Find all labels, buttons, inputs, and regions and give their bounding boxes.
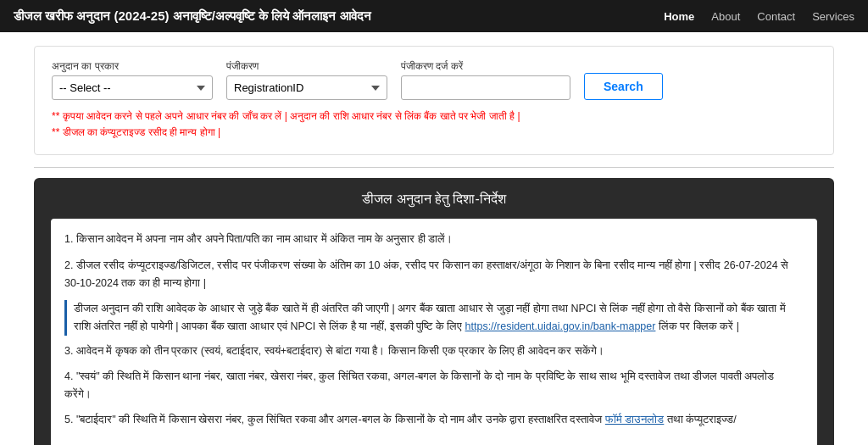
- select-reg[interactable]: RegistrationID: [226, 75, 387, 100]
- info-item-3: 3. आवेदन में कृषक को तीन प्रकार (स्वयं, …: [64, 342, 804, 360]
- info-item-blue: डीजल अनुदान की राशि आवेदक के आधार से जुड…: [64, 300, 804, 335]
- field-label-reg-input: पंजीकरण दर्ज करें: [401, 60, 570, 72]
- warning-1: ** कृपया आवेदन करने से पहले अपने आधार नं…: [52, 108, 816, 125]
- info-item-5: 5. "बटाईदार" की स्थिति में किसान खेसरा न…: [64, 411, 804, 429]
- search-panel: अनुदान का प्रकार -- Select -- पंजीकरण Re…: [34, 46, 834, 155]
- divider: [34, 167, 834, 168]
- nav-contact[interactable]: Contact: [757, 10, 795, 23]
- warning-2: ** डीजल का कंप्यूटराइज्ड रसीद ही मान्य ह…: [52, 125, 816, 141]
- registration-input[interactable]: [401, 75, 570, 100]
- search-row: अनुदान का प्रकार -- Select -- पंजीकरण Re…: [52, 60, 816, 100]
- info-text-1: 1. किसान आवेदन में अपना नाम और अपने पिता…: [64, 231, 804, 248]
- info-text-blue: डीजल अनुदान की राशि आवेदक के आधार से जुड…: [74, 300, 804, 335]
- nav-home[interactable]: Home: [664, 10, 694, 23]
- search-button[interactable]: Search: [584, 73, 663, 100]
- info-item-2: 2. डीजल रसीद कंप्यूटराइज्ड/डिजिटल, रसीद …: [64, 257, 804, 292]
- warning-section: ** कृपया आवेदन करने से पहले अपने आधार नं…: [52, 108, 816, 141]
- bank-mapper-link[interactable]: https://resident.uidai.gov.in/bank-mappe…: [465, 320, 656, 332]
- field-group-type: अनुदान का प्रकार -- Select --: [52, 60, 213, 100]
- info-panel: डीजल अनुदान हेतु दिशा-निर्देश 1. किसान आ…: [34, 178, 834, 445]
- navbar: डीजल खरीफ अनुदान (2024-25) अनावृष्टि/अल्…: [0, 0, 868, 32]
- select-type[interactable]: -- Select --: [52, 75, 213, 100]
- field-label-reg: पंजीकरण: [226, 60, 387, 72]
- info-panel-title: डीजल अनुदान हेतु दिशा-निर्देश: [51, 192, 817, 207]
- info-text-5: 5. "बटाईदार" की स्थिति में किसान खेसरा न…: [64, 411, 804, 429]
- nav-about[interactable]: About: [711, 10, 740, 23]
- form-download-link[interactable]: फॉर्म डाउनलोड: [605, 414, 664, 426]
- info-item-4: 4. "स्वयं" की स्थिति में किसान थाना नंबर…: [64, 368, 804, 403]
- field-group-reg-input: पंजीकरण दर्ज करें: [401, 60, 570, 100]
- info-text-2: 2. डीजल रसीद कंप्यूटराइज्ड/डिजिटल, रसीद …: [64, 257, 804, 292]
- navbar-links: Home About Contact Services: [664, 10, 854, 23]
- info-text-3: 3. आवेदन में कृषक को तीन प्रकार (स्वयं, …: [64, 342, 804, 360]
- info-text-4: 4. "स्वयं" की स्थिति में किसान थाना नंबर…: [64, 368, 804, 403]
- field-group-reg: पंजीकरण RegistrationID: [226, 60, 387, 100]
- info-content: 1. किसान आवेदन में अपना नाम और अपने पिता…: [51, 219, 817, 445]
- field-label-type: अनुदान का प्रकार: [52, 60, 213, 72]
- info-item-1: 1. किसान आवेदन में अपना नाम और अपने पिता…: [64, 231, 804, 248]
- nav-services[interactable]: Services: [812, 10, 854, 23]
- navbar-title: डीजल खरीफ अनुदान (2024-25) अनावृष्टि/अल्…: [14, 8, 371, 24]
- main-content: अनुदान का प्रकार -- Select -- पंजीकरण Re…: [0, 32, 868, 445]
